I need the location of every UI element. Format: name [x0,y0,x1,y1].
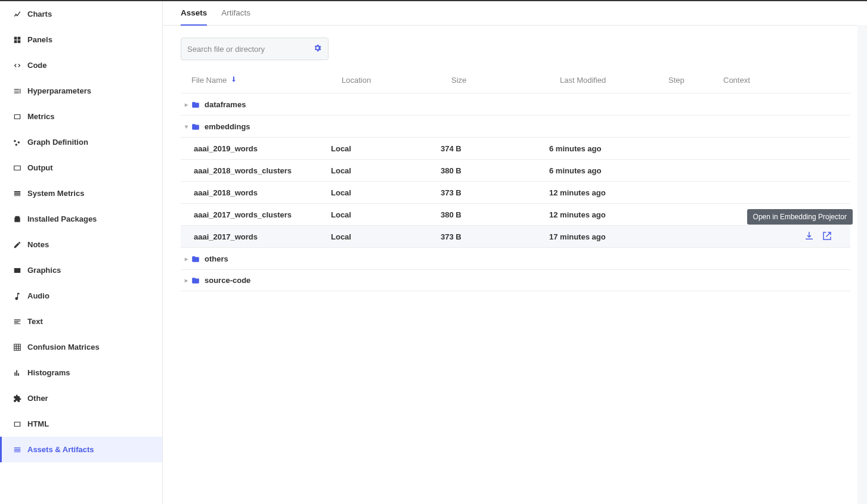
search-box [181,38,329,60]
sidebar-item-confusion-matrices[interactable]: Confusion Matrices [0,334,162,360]
notes-icon [13,241,21,249]
cell-location: Local [331,144,441,153]
sort-down-icon [230,76,237,85]
chevron-down-icon[interactable]: ▾ [181,123,191,130]
col-size[interactable]: Size [451,76,560,85]
col-step[interactable]: Step [668,76,723,85]
installed-packages-icon [13,215,21,223]
sidebar-item-hyperparameters[interactable]: Hyperparameters [0,78,162,104]
cell-size: 380 B [441,210,549,219]
sidebar-item-label: System Metrics [27,189,84,198]
tab-artifacts[interactable]: Artifacts [221,1,250,25]
open-external-icon[interactable] [822,231,832,243]
sidebar-item-charts[interactable]: Charts [0,1,162,27]
sidebar-item-label: Installed Packages [27,214,97,223]
sidebar-item-installed-packages[interactable]: Installed Packages [0,206,162,232]
file-name: aaai_2017_words [194,232,258,241]
sidebar-item-graph-definition[interactable]: Graph Definition [0,129,162,155]
cell-size: 374 B [441,144,549,153]
panels-icon [13,36,21,44]
gear-icon[interactable] [313,43,322,54]
sidebar-item-output[interactable]: Output [0,155,162,181]
cell-modified: 17 minutes ago [549,232,658,241]
tab-assets[interactable]: Assets [181,1,207,26]
download-icon[interactable] [804,231,815,243]
file-row[interactable]: aaai_2019_wordsLocal374 B6 minutes ago [181,137,850,159]
other-icon [13,394,21,403]
sidebar-item-label: Histograms [27,368,70,377]
sidebar-item-histograms[interactable]: Histograms [0,360,162,385]
sidebar-item-label: Code [27,61,47,70]
file-name: aaai_2018_words [194,188,258,197]
folder-row[interactable]: ▾embeddings [181,115,850,137]
sidebar-item-assets-artifacts[interactable]: Assets & Artifacts [0,437,162,462]
sidebar-item-other[interactable]: Other [0,385,162,411]
code-icon [13,61,21,70]
sidebar-item-audio[interactable]: Audio [0,283,162,309]
main-panel: AssetsArtifacts File Name Location Size … [163,1,867,504]
histograms-icon [13,369,21,377]
chevron-right-icon[interactable]: ▸ [181,101,191,108]
cell-location: Local [331,210,441,219]
sidebar-item-label: Metrics [27,112,55,121]
folder-row[interactable]: ▸others [181,247,850,269]
cell-size: 373 B [441,188,549,197]
chevron-right-icon[interactable]: ▸ [181,256,191,262]
folder-icon [191,122,200,131]
text-icon [13,318,21,326]
tabs: AssetsArtifacts [163,1,867,26]
file-row[interactable]: aaai_2017_wordsLocal373 B17 minutes ago [181,225,850,247]
col-file-name[interactable]: File Name [191,76,342,85]
folder-row[interactable]: ▸source-code [181,269,850,291]
cell-location: Local [331,188,441,197]
folder-icon [191,254,200,263]
sidebar-item-code[interactable]: Code [0,52,162,78]
search-input[interactable] [187,45,313,54]
sidebar-item-label: Confusion Matrices [27,343,100,351]
chevron-right-icon[interactable]: ▸ [181,277,191,284]
sidebar-item-label: Graphics [27,266,61,275]
cell-location: Local [331,166,441,175]
cell-size: 373 B [441,232,549,241]
file-row[interactable]: aaai_2018_words_clustersLocal380 B6 minu… [181,159,850,181]
audio-icon [13,292,21,300]
file-row[interactable]: aaai_2018_wordsLocal373 B12 minutes ago [181,181,850,203]
sidebar-item-label: Other [27,394,48,403]
sidebar-item-text[interactable]: Text [0,309,162,334]
sidebar-item-label: Assets & Artifacts [27,445,94,454]
cell-modified: 6 minutes ago [549,166,658,175]
folder-icon [191,276,200,285]
folder-row[interactable]: ▸dataframes [181,93,850,115]
charts-icon [13,10,21,18]
col-location[interactable]: Location [342,76,451,85]
system-metrics-icon [13,189,21,198]
sidebar-item-label: Notes [27,240,49,249]
metrics-icon [13,113,21,121]
sidebar-item-graphics[interactable]: Graphics [0,257,162,283]
sidebar-item-panels[interactable]: Panels [0,27,162,52]
sidebar-item-label: Audio [27,291,49,300]
col-context[interactable]: Context [723,76,795,85]
tooltip-open-projector: Open in Embedding Projector [747,209,853,225]
sidebar: ChartsPanelsCodeHyperparametersMetricsGr… [0,1,163,504]
folder-name: others [205,254,228,263]
folder-icon [191,99,200,109]
sidebar-item-label: Text [27,317,43,326]
sidebar-item-label: Panels [27,35,52,44]
cell-modified: 6 minutes ago [549,144,658,153]
sidebar-item-label: HTML [27,419,49,428]
cell-modified: 12 minutes ago [549,188,658,197]
sidebar-item-metrics[interactable]: Metrics [0,104,162,129]
folder-name: dataframes [205,100,246,109]
graphics-icon [13,266,21,275]
col-last-modified[interactable]: Last Modified [560,76,668,85]
sidebar-item-html[interactable]: HTML [0,411,162,437]
output-icon [13,164,21,172]
sidebar-item-label: Output [27,163,53,172]
sidebar-item-notes[interactable]: Notes [0,232,162,257]
graph-definition-icon [13,138,21,147]
sidebar-item-system-metrics[interactable]: System Metrics [0,181,162,206]
sidebar-item-label: Charts [27,10,52,18]
scrollbar[interactable] [857,25,867,504]
sidebar-item-label: Graph Definition [27,138,88,147]
